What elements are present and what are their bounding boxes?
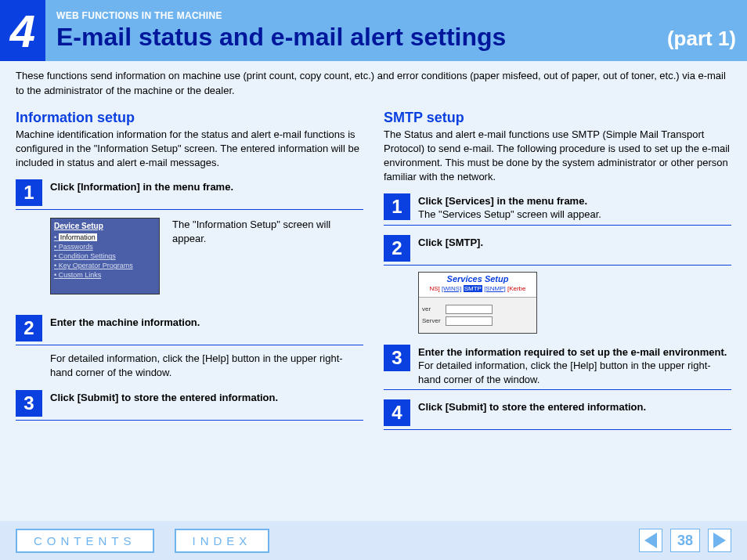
step-number: 3	[16, 390, 42, 417]
prev-page-button[interactable]	[639, 529, 662, 552]
page-header: 4 WEB FUNCTIONS IN THE MACHINE E-mail st…	[0, 0, 747, 61]
step-title: Enter the information required to set up…	[418, 346, 727, 358]
header-text-group: WEB FUNCTIONS IN THE MACHINE E-mail stat…	[45, 0, 747, 61]
step-title: Click [Services] in the menu frame.	[418, 195, 587, 207]
index-button[interactable]: INDEX	[175, 529, 270, 553]
section-title-smtp: SMTP setup	[384, 110, 731, 126]
section-title-info: Information setup	[16, 110, 363, 126]
smtp-step-3: 3 Enter the information required to set …	[384, 345, 731, 390]
footer-nav: CONTENTS INDEX 38	[0, 521, 747, 560]
info-step-2: 2 Enter the machine information. For det…	[16, 315, 363, 380]
triangle-left-icon	[644, 533, 657, 548]
chapter-number: 4	[0, 0, 45, 61]
smtp-step-4: 4 Click [Submit] to store the entered in…	[384, 399, 731, 430]
step-title: Click [Submit] to store the entered info…	[50, 392, 278, 403]
breadcrumb: WEB FUNCTIONS IN THE MACHINE	[56, 10, 747, 21]
step-number: 4	[384, 399, 410, 426]
thumb2-title: Services Setup	[419, 273, 536, 285]
section-desc-smtp: The Status and alert e-mail functions us…	[384, 128, 731, 185]
step-title: Enter the machine information.	[50, 316, 200, 328]
step-number: 1	[384, 193, 410, 220]
step-number: 2	[384, 235, 410, 262]
intro-paragraph: These functions send information on mach…	[0, 61, 747, 105]
column-smtp-setup: SMTP setup The Status and alert e-mail f…	[384, 105, 731, 439]
thumb-caption: The "Information Setup" screen will appe…	[172, 218, 363, 246]
step-title: Click [Information] in the menu frame.	[50, 181, 233, 193]
services-setup-thumbnail: Services Setup NS] [WINS] SMTP [SNMP] [K…	[418, 272, 537, 334]
step-body: For detailed information, click the [Hel…	[50, 352, 363, 380]
menu-item-information: Information	[54, 233, 156, 241]
smtp-step-2: 2 Click [SMTP]. Services Setup NS] [WINS…	[384, 235, 731, 334]
column-information-setup: Information setup Machine identification…	[16, 105, 363, 439]
page-title: E-mail status and e-mail alert settings	[56, 23, 506, 52]
info-step-1: 1 Click [Information] in the menu frame.…	[16, 179, 363, 294]
device-setup-thumbnail: Device Setup Information Passwords Condi…	[50, 218, 160, 294]
step-subtitle: The "Services Setup" screen will appear.	[418, 208, 731, 222]
step-number: 1	[16, 179, 42, 206]
step-title: Click [SMTP].	[418, 237, 483, 248]
thumb-title: Device Setup	[54, 222, 156, 230]
thumb-input-1	[446, 305, 493, 314]
menu-item-condition: Condition Settings	[54, 252, 156, 260]
part-label: (part 1)	[667, 27, 736, 51]
step-title: Click [Submit] to store the entered info…	[418, 401, 646, 413]
info-step-3: 3 Click [Submit] to store the entered in…	[16, 390, 363, 421]
menu-item-passwords: Passwords	[54, 243, 156, 251]
menu-item-key-operator: Key Operator Programs	[54, 262, 156, 269]
page-number: 38	[670, 529, 700, 552]
step-subtitle: For detailed information, click the [Hel…	[418, 359, 731, 386]
thumb2-links: NS] [WINS] SMTP [SNMP] [Kerbe	[419, 285, 536, 298]
smtp-step-1: 1 Click [Services] in the menu frame. Th…	[384, 193, 731, 226]
thumb-input-2	[446, 316, 493, 326]
step-number: 2	[16, 315, 42, 341]
contents-button[interactable]: CONTENTS	[16, 529, 154, 553]
next-page-button[interactable]	[708, 529, 731, 552]
triangle-right-icon	[713, 533, 726, 548]
section-desc-info: Machine identification information for t…	[16, 128, 363, 171]
menu-item-custom-links: Custom Links	[54, 271, 156, 279]
step-number: 3	[384, 345, 410, 371]
